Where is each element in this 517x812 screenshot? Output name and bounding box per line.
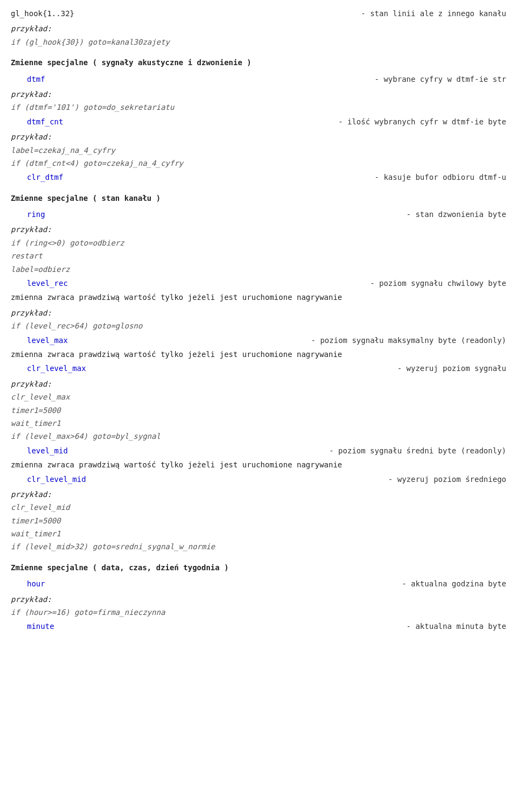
code-line: if (level_rec>64) goto=glosno bbox=[11, 320, 506, 332]
left-text: clr_dtmf bbox=[11, 171, 63, 183]
left-text: level_mid bbox=[11, 445, 68, 457]
right-text: - poziom sygnału chwilowy byte bbox=[68, 277, 506, 289]
left-text: clr_level_mid bbox=[11, 473, 86, 485]
page-content: gl_hook{1..32}- stan linii ale z innego … bbox=[11, 8, 506, 633]
code-line: if (dtmf_cnt<4) goto=czekaj_na_4_cyfry bbox=[11, 157, 506, 169]
code-line: label=czekaj_na_4_cyfry bbox=[11, 144, 506, 156]
code-line: clr_level_mid bbox=[11, 501, 506, 513]
code-line: timer1=5000 bbox=[11, 404, 506, 416]
code-line: wait_timer1 bbox=[11, 528, 506, 540]
right-text: - aktualna godzina byte bbox=[45, 578, 506, 590]
left-text: clr_level_max bbox=[11, 362, 86, 374]
section-clr_level_mid_row: clr_level_mid- wyzeruj poziom średniego bbox=[11, 473, 506, 485]
left-text: dtmf_cnt bbox=[11, 116, 63, 128]
left-text: level_max bbox=[11, 334, 68, 346]
normal-line: zmienna zwraca prawdziwą wartość tylko j… bbox=[11, 348, 506, 360]
code-line: restart bbox=[11, 250, 506, 262]
section-dtmf_cnt_row: dtmf_cnt- ilość wybranych cyfr w dtmf-ie… bbox=[11, 116, 506, 128]
bold-heading: Zmienne specjalne ( stan kanału ) bbox=[11, 192, 506, 204]
przyklad-label: przykład: bbox=[11, 23, 506, 34]
przyklad-label: przykład: bbox=[11, 378, 506, 390]
right-text: - stan dzwonienia byte bbox=[45, 208, 506, 220]
right-text: - ilość wybranych cyfr w dtmf-ie byte bbox=[63, 116, 506, 128]
left-text: minute bbox=[11, 620, 54, 632]
right-text: - poziom sygnału średni byte (readonly) bbox=[68, 445, 506, 457]
code-line: wait_timer1 bbox=[11, 417, 506, 429]
right-text: - kasuje bufor odbioru dtmf-u bbox=[63, 171, 506, 183]
section-level_max_row: level_max- poziom sygnału maksymalny byt… bbox=[11, 334, 506, 346]
section-clr_level_max_row: clr_level_max- wyzeruj poziom sygnału bbox=[11, 362, 506, 374]
przyklad-label: przykład: bbox=[11, 488, 506, 500]
left-text: dtmf bbox=[11, 73, 45, 85]
code-line: if (gl_hook{30}) goto=kanal30zajety bbox=[11, 36, 506, 48]
section-level_mid_row: level_mid- poziom sygnału średni byte (r… bbox=[11, 445, 506, 457]
right-text: - wyzeruj poziom średniego bbox=[86, 473, 506, 485]
section-level_rec_row: level_rec- poziom sygnału chwilowy byte bbox=[11, 277, 506, 289]
section-dtmf_row: dtmf- wybrane cyfry w dtmf-ie str bbox=[11, 73, 506, 85]
normal-line: zmienna zwraca prawdziwą wartość tylko j… bbox=[11, 459, 506, 471]
section-ring_row: ring- stan dzwonienia byte bbox=[11, 208, 506, 220]
code-line: if (hour>=16) goto=firma_nieczynna bbox=[11, 606, 506, 618]
right-text: - poziom sygnału maksymalny byte (readon… bbox=[68, 334, 506, 346]
left-text: gl_hook{1..32} bbox=[11, 8, 74, 19]
normal-line: zmienna zwraca prawdziwą wartość tylko j… bbox=[11, 291, 506, 303]
right-text: - aktualna minuta byte bbox=[54, 620, 506, 632]
przyklad-label: przykład: bbox=[11, 223, 506, 235]
right-text: - wybrane cyfry w dtmf-ie str bbox=[45, 73, 506, 85]
code-line: if (level_mid>32) goto=sredni_sygnal_w_n… bbox=[11, 541, 506, 552]
code-line: if (ring<>0) goto=odbierz bbox=[11, 237, 506, 249]
right-text: - wyzeruj poziom sygnału bbox=[86, 362, 506, 374]
code-line: if (level_max>64) goto=byl_sygnal bbox=[11, 430, 506, 442]
code-line: timer1=5000 bbox=[11, 515, 506, 527]
left-text: hour bbox=[11, 578, 45, 590]
code-line: label=odbierz bbox=[11, 263, 506, 275]
przyklad-label: przykład: bbox=[11, 593, 506, 605]
section-clr_dtmf_row: clr_dtmf- kasuje bufor odbioru dtmf-u bbox=[11, 171, 506, 183]
przyklad-label: przykład: bbox=[11, 131, 506, 143]
left-text: level_rec bbox=[11, 277, 68, 289]
section-hour_row: hour- aktualna godzina byte bbox=[11, 578, 506, 590]
left-text: ring bbox=[11, 208, 45, 220]
przyklad-label: przykład: bbox=[11, 307, 506, 319]
bold-heading: Zmienne specjalne ( data, czas, dzień ty… bbox=[11, 562, 506, 573]
section-gl_hook_header: gl_hook{1..32}- stan linii ale z innego … bbox=[11, 8, 506, 19]
code-line: if (dtmf='101') goto=do_sekretariatu bbox=[11, 101, 506, 113]
right-text: - stan linii ale z innego kanału bbox=[74, 8, 506, 19]
bold-heading: Zmienne specjalne ( sygnały akustyczne i… bbox=[11, 57, 506, 68]
section-minute_row: minute- aktualna minuta byte bbox=[11, 620, 506, 632]
code-line: clr_level_max bbox=[11, 391, 506, 403]
przyklad-label: przykład: bbox=[11, 88, 506, 100]
